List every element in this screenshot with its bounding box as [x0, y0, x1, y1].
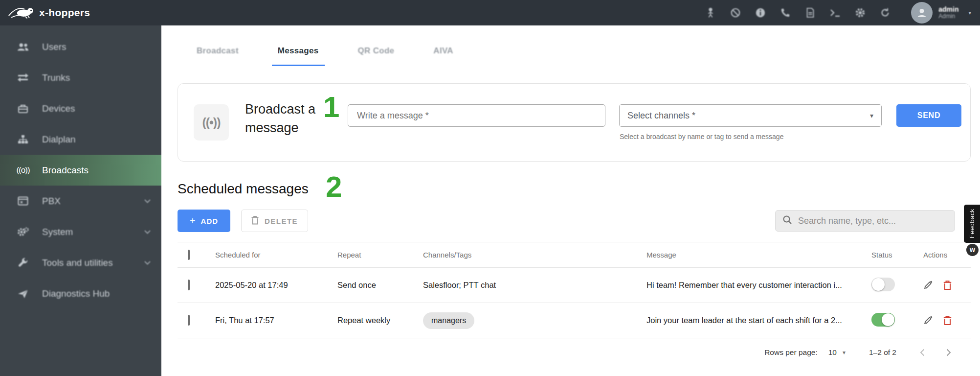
broadcast-icon: ((o)): [15, 165, 31, 175]
pagination-range: 1–2 of 2: [869, 348, 896, 357]
sidebar-item-devices[interactable]: Devices: [0, 93, 161, 124]
phone-icon[interactable]: [780, 7, 791, 19]
scheduled-messages-heading: Scheduled messages: [178, 181, 309, 197]
trash-icon: [251, 216, 259, 226]
scheduled-messages-table: Scheduled for Repeat Channels/Tags Messa…: [178, 242, 971, 366]
sidebar-item-label: Devices: [42, 103, 75, 114]
sidebar-item-label: PBX: [42, 196, 61, 207]
annotation-step-2: 2: [326, 172, 342, 202]
chevron-down-icon: [144, 230, 151, 234]
user-role: Admin: [938, 13, 958, 20]
sidebar-item-label: Dialplan: [42, 134, 76, 145]
info-icon[interactable]: [755, 7, 766, 19]
scheduled-for-cell: Fri, Thu at 17:57: [215, 316, 337, 325]
settings-icon[interactable]: [854, 7, 866, 19]
grasshopper-logo-icon: [8, 5, 34, 21]
search-icon: [782, 215, 792, 227]
user-name: admin: [938, 5, 958, 13]
delete-row-button[interactable]: [943, 316, 952, 326]
brand-name: x-hoppers: [39, 7, 90, 19]
previous-page-button[interactable]: [920, 349, 925, 356]
status-toggle[interactable]: [871, 313, 895, 327]
devices-icon: [15, 104, 31, 114]
scheduled-for-cell: 2025-05-20 at 17:49: [215, 281, 337, 290]
delete-button[interactable]: DELETE: [241, 210, 308, 232]
table-row: Fri, Thu at 17:57 Repeat weekly managers…: [178, 303, 971, 338]
sidebar-item-broadcasts[interactable]: ((o)) Broadcasts: [0, 155, 161, 186]
send-button[interactable]: SEND: [896, 104, 961, 127]
person-icon[interactable]: [705, 7, 716, 19]
sidebar-item-label: Diagnostics Hub: [42, 288, 110, 299]
document-icon[interactable]: [804, 7, 816, 19]
pbx-icon: [15, 196, 31, 206]
sidebar-item-system[interactable]: System: [0, 216, 161, 247]
sidebar-item-label: Trunks: [42, 72, 70, 83]
sidebar-item-tools[interactable]: Tools and utilities: [0, 247, 161, 278]
add-button[interactable]: + ADD: [178, 210, 230, 232]
column-header: Scheduled for: [215, 251, 337, 259]
write-message-input[interactable]: [348, 104, 605, 127]
column-header: Repeat: [337, 251, 423, 259]
rows-per-page-label: Rows per page:: [764, 348, 818, 357]
feedback-badge[interactable]: W: [966, 244, 979, 256]
chevron-down-icon: ▾: [870, 112, 873, 119]
broadcast-message-card: ((•)) Broadcast a message 1 Select chann…: [178, 83, 971, 162]
annotation-step-1: 1: [323, 93, 339, 122]
select-channels-dropdown[interactable]: Select channels * ▾: [619, 104, 882, 127]
main-content: Broadcast Messages QR Code AIVA ((•)) Br…: [161, 25, 980, 376]
table-pagination: Rows per page: 10 ▾ 1–2 of 2: [178, 338, 971, 366]
tab-bar: Broadcast Messages QR Code AIVA: [191, 39, 459, 66]
sidebar-item-label: Broadcasts: [42, 165, 89, 176]
topbar: x-hoppers: [0, 0, 980, 25]
next-page-button[interactable]: [946, 349, 951, 356]
table-header-row: Scheduled for Repeat Channels/Tags Messa…: [178, 242, 971, 267]
refresh-icon[interactable]: [879, 7, 891, 19]
row-checkbox[interactable]: [188, 315, 190, 326]
channels-helper-text: Select a broadcast by name or tag to sen…: [620, 133, 783, 141]
sidebar-item-dialplan[interactable]: Dialplan: [0, 124, 161, 155]
chevron-down-icon: [144, 261, 151, 265]
column-header: Message: [646, 251, 871, 259]
search-field[interactable]: [775, 210, 955, 232]
select-channels-label: Select channels *: [627, 111, 695, 121]
feedback-label: Feedback: [968, 209, 976, 238]
terminal-icon[interactable]: [829, 7, 841, 19]
tab-messages[interactable]: Messages: [272, 39, 325, 66]
column-header: Channels/Tags: [423, 251, 646, 259]
cogs-icon: [15, 227, 31, 237]
sidebar-item-diagnostics-hub[interactable]: Diagnostics Hub: [0, 278, 161, 309]
repeat-cell: Send once: [337, 281, 423, 290]
edit-button[interactable]: [923, 316, 933, 325]
avatar: [911, 2, 933, 24]
dialplan-icon: [15, 135, 31, 144]
tab-broadcast[interactable]: Broadcast: [191, 39, 245, 66]
sidebar-item-label: System: [42, 227, 73, 237]
edit-button[interactable]: [923, 281, 933, 290]
user-menu[interactable]: admin Admin ▾: [911, 2, 971, 24]
sidebar-item-trunks[interactable]: Trunks: [0, 62, 161, 93]
message-cell: Hi team! Remember that every customer in…: [646, 281, 871, 290]
paper-plane-icon: [15, 289, 31, 299]
tab-aiva[interactable]: AIVA: [427, 39, 459, 66]
delete-row-button[interactable]: [943, 281, 952, 290]
users-icon: [15, 42, 31, 52]
sidebar-item-pbx[interactable]: PBX: [0, 186, 161, 216]
status-toggle[interactable]: [871, 278, 895, 291]
block-icon[interactable]: [730, 7, 741, 19]
tab-qr-code[interactable]: QR Code: [352, 39, 401, 66]
sidebar: Users Trunks Devices Dialplan ((o)): [0, 25, 161, 376]
sidebar-item-users[interactable]: Users: [0, 31, 161, 62]
column-header: Actions: [923, 251, 971, 259]
column-header: Status: [871, 251, 923, 259]
feedback-tab[interactable]: Feedback: [964, 205, 980, 243]
channels-cell: Salesfloor; PTT chat: [423, 281, 646, 290]
brand: x-hoppers: [0, 5, 90, 21]
select-all-checkbox[interactable]: [188, 250, 190, 260]
repeat-cell: Repeat weekly: [337, 316, 423, 325]
chevron-down-icon[interactable]: ▾: [843, 349, 846, 356]
row-checkbox[interactable]: [188, 280, 190, 290]
search-input[interactable]: [798, 216, 948, 226]
sidebar-item-label: Tools and utilities: [42, 258, 113, 268]
sidebar-item-label: Users: [42, 42, 67, 52]
rows-per-page-select[interactable]: 10: [828, 348, 837, 357]
